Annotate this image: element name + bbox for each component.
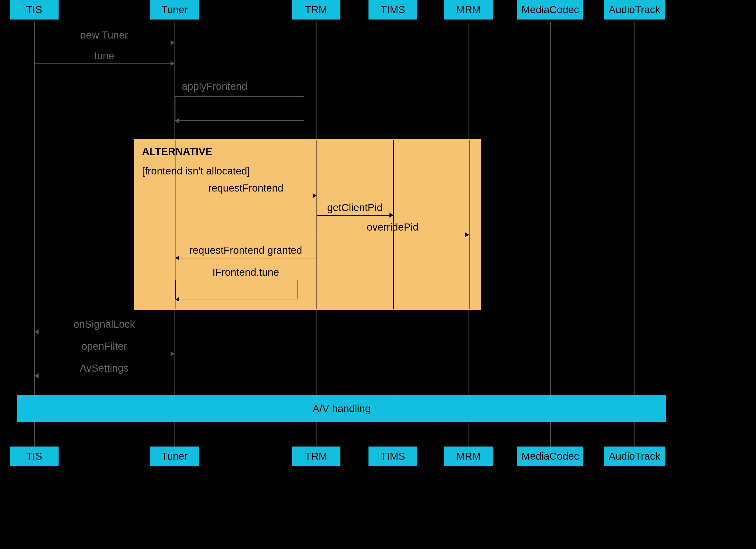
arrow-requestfrontend	[175, 196, 313, 196]
arrow-onsignallock	[39, 332, 174, 332]
participant-tuner-bottom: Tuner	[150, 447, 199, 466]
participant-tis-top: TIS	[10, 0, 59, 20]
participant-mediacodec-top: MediaCodec	[517, 0, 583, 20]
msg-onsignallock: onSignalLock	[73, 318, 135, 330]
arrowhead-avsettings	[35, 373, 39, 378]
participant-tis-bottom: TIS	[10, 447, 59, 466]
participant-tims-bottom: TIMS	[368, 447, 417, 466]
arrow-overridepid	[317, 235, 465, 235]
participant-mrm-bottom: MRM	[444, 447, 493, 466]
lifeline-mediacodec	[550, 22, 551, 447]
looparrow-ifrontend	[175, 280, 297, 299]
lifeline-tis	[34, 22, 35, 447]
arrowhead-ifrontend	[175, 297, 179, 302]
arrowhead-getclientpid	[389, 213, 393, 218]
participant-mrm-top: MRM	[444, 0, 493, 20]
arrowhead-onsignallock	[35, 329, 39, 334]
arrow-tune	[35, 63, 171, 64]
msg-applyfrontend: applyFrontend	[182, 81, 247, 92]
sequence-diagram: TIS Tuner TRM TIMS MRM MediaCodec AudioT…	[0, 0, 756, 549]
av-handling-bar: A/V handling	[17, 395, 666, 422]
msg-overridepid: overridePid	[367, 221, 419, 233]
arrowhead-new-tuner	[171, 40, 174, 45]
looparrow-applyfrontend	[175, 96, 304, 121]
alt-lifeline-mrm	[469, 140, 470, 309]
arrow-getclientpid	[317, 215, 389, 216]
msg-openfilter: openFilter	[82, 340, 127, 352]
arrowhead-openfilter	[171, 351, 174, 356]
msg-avsettings: AvSettings	[80, 362, 129, 374]
alt-fragment: ALTERNATIVE [frontend isn't allocated] r…	[134, 139, 481, 310]
arrowhead-reqfront-granted	[175, 255, 179, 260]
participant-mediacodec-bottom: MediaCodec	[517, 447, 583, 466]
participant-trm-top: TRM	[292, 0, 340, 20]
arrow-avsettings	[39, 376, 174, 376]
participant-audiotrack-bottom: AudioTrack	[604, 447, 665, 466]
arrow-openfilter	[35, 354, 171, 354]
alt-title: ALTERNATIVE	[142, 146, 212, 157]
msg-getclientpid: getClientPid	[327, 202, 382, 213]
msg-tune: tune	[94, 50, 114, 62]
participant-tuner-top: Tuner	[150, 0, 199, 20]
arrowhead-requestfrontend	[313, 193, 317, 198]
msg-requestfrontend: requestFrontend	[208, 182, 283, 194]
arrowhead-applyfrontend	[175, 118, 179, 123]
arrowhead-overridepid	[465, 232, 469, 237]
lifeline-audiotrack	[634, 22, 635, 447]
alt-lifeline-trm	[317, 140, 317, 309]
participant-trm-bottom: TRM	[292, 447, 340, 466]
arrowhead-tune	[171, 61, 174, 66]
msg-ifrontend-tune: IFrontend.tune	[212, 266, 279, 278]
participant-audiotrack-top: AudioTrack	[604, 0, 665, 20]
msg-reqfront-granted: requestFrontend granted	[189, 244, 302, 256]
arrow-new-tuner	[35, 43, 171, 43]
participant-tims-top: TIMS	[368, 0, 417, 20]
alt-condition: [frontend isn't allocated]	[142, 165, 250, 177]
msg-new-tuner: new Tuner	[80, 29, 128, 41]
arrow-reqfront-granted	[179, 258, 317, 258]
